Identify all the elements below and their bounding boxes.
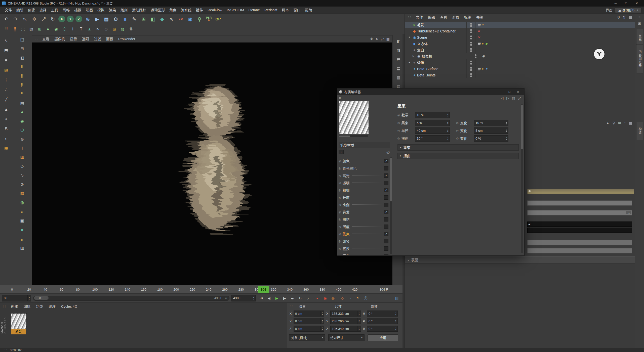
parameter-field[interactable]: 10 % [474, 120, 508, 126]
target-icon[interactable]: ⊙ [103, 26, 109, 33]
palette-icon[interactable]: ⊗ [19, 181, 25, 188]
object-row[interactable]: └ ✦ Beta_Surface ▦●✦ [405, 66, 635, 72]
psr-badge[interactable]: PSR 0 [205, 15, 213, 23]
dock-menu-icon[interactable]: ≡ [638, 16, 640, 19]
uv-icon[interactable]: ▨ [111, 26, 118, 33]
menu-item[interactable]: 文件 [3, 8, 14, 12]
palette-icon[interactable]: ▦ [19, 154, 25, 161]
axis-icon[interactable]: ✛ [69, 26, 76, 33]
viewport-menu-item[interactable]: ProRender [116, 37, 138, 41]
parameter-field[interactable]: 5 cm [474, 127, 508, 134]
preview-expand-icon[interactable]: ⤢ [518, 97, 521, 100]
edges-mode-button[interactable]: ╱ [3, 96, 10, 103]
stepper-icon[interactable] [505, 128, 508, 134]
collapsible-section-header[interactable]: ▸ 集束 [397, 144, 519, 151]
instance-icon[interactable]: ◉ [53, 26, 60, 33]
palette-icon[interactable]: ⡿ [19, 82, 25, 88]
stepper-icon[interactable] [446, 136, 450, 141]
viewport-menu-item[interactable]: 面板 [104, 37, 116, 41]
channel-checkbox[interactable] [384, 173, 388, 178]
menu-item[interactable]: 运动图形 [148, 8, 167, 12]
menu-item[interactable]: 脚本 [279, 8, 291, 12]
layout-preset-icon[interactable]: ⬓ [396, 65, 402, 71]
parameter-field[interactable]: 10 % [415, 112, 450, 118]
surface-section-header[interactable]: ▸ 表面 [405, 256, 635, 263]
undo-button[interactable]: ↶ [2, 15, 11, 23]
add-primitive-button[interactable]: ■ [121, 15, 129, 23]
object-tag-icon[interactable]: ✕ [477, 29, 480, 33]
stepper-icon[interactable] [357, 326, 361, 331]
size-field[interactable]: 105.349 cm [330, 326, 361, 332]
knife-tool-button[interactable]: ✂ [177, 15, 185, 23]
menu-item[interactable]: 工具 [49, 8, 60, 12]
palette-icon[interactable]: ◇ [19, 163, 25, 170]
visibility-dots[interactable] [466, 47, 475, 53]
panel-icon[interactable]: ▲ [606, 121, 610, 125]
attribute-bar[interactable] [527, 248, 632, 253]
record-keyframe-button[interactable]: ● [314, 295, 321, 301]
object-tag-icon[interactable]: ✕ [477, 36, 480, 39]
attribute-bar[interactable] [527, 240, 632, 245]
palette-icon[interactable]: ▥ [19, 245, 25, 251]
palette-icon[interactable]: ▧ [19, 190, 25, 197]
panel-scale-icon[interactable]: ↕ [624, 121, 626, 125]
position-field[interactable]: 0 cm [294, 326, 324, 332]
spline-pen-button[interactable]: ✎ [130, 15, 139, 23]
expand-toggle-icon[interactable] [407, 55, 412, 58]
channel-checkbox[interactable] [384, 188, 388, 192]
layout-preset-icon[interactable]: ▦ [396, 74, 402, 80]
material-editor-titlebar[interactable]: 材质编辑器 ─ □ ✕ [337, 89, 524, 95]
visibility-dots[interactable] [466, 34, 475, 40]
x-axis-lock-button[interactable]: X [58, 16, 65, 22]
pyramid-icon[interactable]: ▲ [86, 26, 93, 33]
sort-icon[interactable]: ⇅ [623, 16, 626, 19]
channel-item[interactable]: 纠结 [339, 216, 388, 223]
object-tag-icon[interactable]: ▦ [477, 42, 480, 45]
palette-icon[interactable]: ⣤ [19, 236, 25, 242]
channel-checkbox[interactable] [384, 159, 388, 163]
current-frame-field[interactable]: 0 F [2, 295, 31, 301]
visibility-dots[interactable] [466, 22, 475, 28]
object-name[interactable]: TurbulenceFD Container. [417, 29, 466, 33]
palette-icon[interactable]: ⠿ [19, 64, 25, 70]
palette-icon[interactable]: ⠶ [19, 208, 25, 215]
object-tag-icon[interactable]: ▦ [477, 67, 480, 70]
palette-icon[interactable]: ◆ [19, 227, 25, 233]
object-row[interactable]: + └ ◉ Scene ✕ [405, 34, 635, 40]
attributes-scrollbar[interactable] [521, 104, 523, 253]
record-position-toggle[interactable]: ⊹ [339, 295, 346, 301]
hamburger-menu-icon[interactable]: ≡ [339, 96, 341, 100]
object-row[interactable]: └ ✦ Beta_Joints [405, 72, 635, 78]
collapsible-section-header[interactable]: ▸ 扭曲 [397, 153, 519, 159]
stepper-icon[interactable] [446, 120, 450, 126]
workplane-mode-button[interactable]: ⊹ [3, 77, 10, 83]
viewport-pan-icon[interactable]: ✥ [370, 37, 373, 41]
object-name[interactable]: 立方体 [417, 42, 466, 46]
viewport-solo-button[interactable]: ◐ [3, 136, 10, 142]
palette-icon[interactable]: ◍ [19, 199, 25, 206]
grid-snap-icon[interactable]: ⣿ [11, 26, 18, 33]
dark-track[interactable] [527, 228, 632, 233]
rotation-field[interactable]: 0 ° [367, 326, 398, 332]
menu-item[interactable]: 雕刻 [118, 8, 130, 12]
channel-checkbox[interactable] [384, 203, 388, 207]
viewport-layout-icon[interactable]: ▦ [386, 37, 390, 41]
autokeying-button[interactable]: ◉ [321, 295, 329, 301]
viewport-menu-item[interactable]: 过滤 [92, 37, 104, 41]
material-preview[interactable] [339, 101, 369, 134]
enable-axis-button[interactable]: ⌖ [3, 116, 10, 122]
mirror-icon[interactable]: ⇅ [128, 26, 134, 33]
maximize-button[interactable]: □ [621, 0, 631, 6]
arrow-left-icon[interactable]: ◀ [528, 223, 530, 226]
browse-button[interactable]: … [626, 211, 631, 214]
workplane-lock-button[interactable]: ▦ [3, 145, 10, 152]
slider-arrows-icon[interactable]: ‹› [225, 296, 228, 300]
object-tag-icon[interactable]: ● [482, 42, 484, 45]
palette-icon[interactable]: ⬡ [19, 127, 25, 134]
tab-structure[interactable]: 构造 [636, 122, 643, 140]
render-view-button[interactable]: ▶ [93, 15, 101, 23]
stepper-icon[interactable] [505, 136, 508, 141]
goto-start-button[interactable]: ⏮ [258, 295, 265, 301]
interface-select[interactable]: 启动 (用户) ▾ [615, 8, 641, 13]
spline-icon[interactable]: ∿ [94, 26, 101, 33]
